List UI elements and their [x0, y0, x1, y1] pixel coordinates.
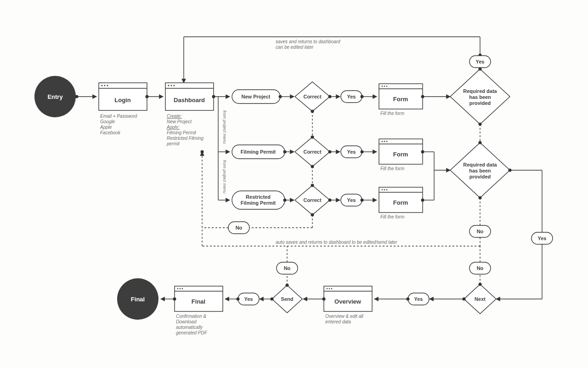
svg-point-53 [479, 68, 482, 71]
svg-point-148 [331, 288, 333, 289]
svg-point-118 [382, 189, 383, 190]
svg-text:has been: has been [469, 168, 491, 173]
edge-req2-down [479, 196, 482, 226]
note-mid: auto saves and returns to dashboard to b… [276, 240, 397, 245]
next-diamond: Next [464, 284, 496, 314]
svg-text:Yes: Yes [347, 197, 356, 203]
edge-correct1-down [311, 110, 314, 138]
edge-correct2-down [311, 165, 314, 186]
login-cap-1: Email + Password [100, 114, 137, 119]
svg-point-42 [384, 86, 385, 87]
edge-next-yes [430, 298, 466, 301]
svg-point-12 [107, 85, 108, 86]
filming-permit-pill: Filming Permit [232, 145, 285, 159]
svg-text:No: No [236, 225, 243, 230]
note-top-1: saves and returns to dashboard [276, 39, 340, 44]
svg-text:provided: provided [469, 174, 491, 179]
edge-correct2-yes2 [328, 150, 340, 154]
required-diamond-1: Required data has been provided [450, 69, 510, 124]
edge-correct1-yes1 [328, 95, 340, 98]
svg-point-19 [171, 85, 172, 86]
svg-text:New Project: New Project [242, 94, 271, 99]
svg-point-74 [384, 141, 385, 142]
dashboard-screen: Dashboard [165, 83, 214, 110]
svg-point-168 [180, 288, 181, 289]
svg-text:Correct: Correct [303, 197, 321, 203]
overview-cap-1: Overview & edit all [325, 314, 364, 319]
edge-correct3-no [249, 213, 314, 228]
overview-screen: Overview [324, 286, 372, 311]
edge-entry-login [75, 95, 97, 98]
edge-req1-down [479, 123, 482, 143]
dash-cap-h1: Create: [167, 114, 182, 119]
edge-correct3-yes3 [328, 199, 340, 202]
svg-point-73 [382, 141, 383, 142]
edge-yesS-final [225, 298, 240, 301]
edge-overview-send [303, 298, 326, 301]
edge-rfp-correct [283, 199, 294, 202]
dash-cap-h2: Apply: [166, 125, 180, 130]
svg-text:Dashboard: Dashboard [174, 97, 205, 104]
dash-cap-4: permit [166, 141, 180, 146]
edge-yes1-form1 [361, 95, 377, 98]
svg-text:Filming Permit: Filming Permit [241, 149, 276, 155]
svg-text:Yes: Yes [347, 94, 356, 99]
restricted-permit-pill: Restricted Filming Permit [232, 191, 285, 209]
svg-text:No: No [284, 265, 291, 271]
edge-form3-req2 [421, 170, 435, 202]
yes-pill-next: Yes [408, 293, 429, 305]
svg-point-101 [201, 150, 204, 154]
no-pill-req2: No [469, 225, 491, 237]
yes-pill-right: Yes [531, 232, 553, 244]
svg-text:Yes: Yes [244, 296, 253, 302]
final-screen: Final [175, 286, 223, 311]
correct-diamond-1: Correct [295, 82, 330, 111]
svg-text:Final: Final [131, 296, 145, 303]
svg-text:Correct: Correct [303, 94, 321, 99]
edge-send-no [286, 274, 289, 287]
svg-point-169 [182, 288, 183, 289]
svg-point-147 [329, 288, 330, 289]
login-cap-3: Apple [100, 125, 112, 130]
svg-text:Entry: Entry [47, 93, 63, 100]
svg-point-43 [386, 86, 388, 87]
yes-pill-2: Yes [341, 146, 362, 158]
edge-fp-correct [283, 150, 294, 154]
from-menu-1: from project menu [222, 110, 227, 144]
svg-text:No: No [477, 229, 484, 234]
send-diamond: Send [272, 285, 302, 313]
note-top-2: can be edited later [276, 45, 314, 50]
yes-pill-3: Yes [341, 194, 362, 206]
svg-point-146 [327, 288, 328, 289]
overview-cap-2: entered data [325, 319, 351, 324]
final-node: Final [117, 278, 158, 320]
edge-form1-req1 [421, 95, 451, 98]
form-screen-1: Form [379, 84, 423, 109]
yes-pill-send: Yes [238, 293, 259, 305]
svg-text:Overview: Overview [334, 298, 362, 305]
svg-text:Yes: Yes [538, 236, 547, 241]
final-cap-4: generated PDF [176, 330, 208, 335]
login-screen: Login [99, 83, 147, 110]
edge-next-no [479, 274, 482, 286]
svg-point-109 [311, 184, 314, 187]
correct-diamond-3: Correct [295, 185, 330, 215]
no-pill-correct: No [228, 222, 249, 234]
dash-cap-3: Restricted Filming [167, 136, 204, 141]
svg-point-75 [386, 141, 388, 142]
svg-point-119 [384, 189, 385, 190]
svg-text:has been: has been [469, 94, 491, 100]
form1-cap: Fill the form [380, 111, 404, 116]
svg-text:Form: Form [393, 96, 408, 103]
svg-point-20 [174, 85, 175, 86]
entry-node: Entry [34, 76, 76, 117]
svg-text:Send: Send [281, 296, 294, 302]
edge-finalscreen-final [161, 298, 176, 301]
edge-login-dashboard [146, 95, 164, 98]
svg-point-18 [168, 85, 170, 86]
svg-text:Yes: Yes [347, 149, 356, 155]
final-cap-2: Download [176, 319, 197, 324]
form-screen-3: Form [379, 187, 423, 213]
svg-text:Filming Permit: Filming Permit [241, 200, 276, 206]
svg-text:No: No [477, 265, 484, 271]
